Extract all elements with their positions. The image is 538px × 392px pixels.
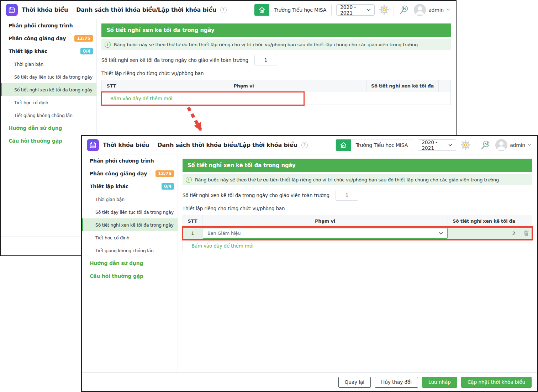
add-new-row-link[interactable]: Bấm vào đây để thêm mới: [102, 92, 450, 105]
user-menu[interactable]: admin: [495, 139, 532, 151]
info-text: Ràng buộc này sẽ theo thứ tự ưu tiên thi…: [114, 42, 418, 47]
column-header-so-tiet: Số tiết nghỉ xen kẽ tối đa: [366, 80, 439, 92]
column-header-pham-vi: Phạm vi: [121, 80, 366, 92]
page-title: Danh sách thời khóa biểu/Lập thời khóa b…: [157, 142, 297, 148]
school-selector[interactable]: Trường Tiểu học MISA: [254, 4, 332, 16]
top-header: Thời khóa biểu Danh sách thời khóa biểu/…: [1, 1, 456, 19]
chevron-down-icon: [439, 232, 443, 235]
school-year-value: 2020 - 2021: [340, 4, 367, 16]
app-logo-calendar-icon[interactable]: [6, 4, 18, 16]
header-divider: [153, 141, 153, 150]
sidebar-item-so-tiet-day-lien-tuc[interactable]: Số tiết dạy liên tục tối đa trong ngày: [1, 70, 96, 83]
sidebar-item-huong-dan-su-dung[interactable]: Hướng dẫn sử dụng: [1, 122, 96, 134]
home-icon[interactable]: [254, 4, 269, 16]
sidebar-item-phan-phoi-chuong-trinh[interactable]: Phân phối chương trình: [82, 154, 178, 167]
sidebar-item-label: Tiết học cố định: [95, 235, 129, 240]
sidebar-item-thiet-lap-khac[interactable]: Thiết lập khác0/4: [1, 45, 96, 58]
sidebar-item-label: Thời gian bận: [95, 197, 125, 202]
global-setting-input[interactable]: [336, 190, 358, 201]
add-new-row-link[interactable]: Bấm vào đây để thêm mới: [183, 239, 532, 252]
table-header: STT Phạm vi Số tiết nghỉ xen kẽ tối đa: [183, 215, 532, 227]
column-header-stt: STT: [183, 215, 202, 227]
sidebar-item-label: Phân công giảng dạy: [90, 171, 147, 176]
page-title: Danh sách thời khóa biểu/Lập thời khóa b…: [76, 6, 216, 13]
row-value: 2: [448, 227, 520, 239]
header-right-cluster: Trường Tiểu học MISA 2020 - 2021: [254, 4, 450, 16]
sidebar-item-thiet-lap-khac[interactable]: Thiết lập khác0/4: [82, 180, 178, 193]
global-setting-label: Số tiết nghỉ xen kẽ tối đa trong ngày ch…: [101, 57, 248, 63]
back-button[interactable]: Quay lại: [338, 377, 371, 388]
sidebar-item-so-tiet-nghi-xen-ke[interactable]: Số tiết nghỉ xen kẽ tối đa trong ngày: [82, 218, 178, 231]
app-name: Thời khóa biểu: [22, 6, 68, 13]
sidebar-item-label: Phân phối chương trình: [90, 158, 154, 164]
sidebar: Phân phối chương trình Phân công giảng d…: [82, 154, 178, 372]
sidebar-item-cau-hoi-thuong-gap[interactable]: Câu hỏi thường gặp: [82, 270, 178, 282]
help-icon[interactable]: ?: [301, 142, 308, 148]
search-analytics-icon[interactable]: [399, 5, 409, 15]
sidebar-item-label: Thời gian bận: [14, 62, 43, 67]
progress-badge: 0/4: [162, 183, 174, 190]
cancel-changes-button[interactable]: Hủy thay đổi: [375, 377, 418, 388]
column-header-actions: [520, 215, 532, 227]
main-content: Số tiết nghỉ xen kẽ tối đa trong ngày i …: [178, 154, 537, 372]
sidebar-item-label: Hướng dẫn sử dụng: [90, 260, 143, 266]
scope-dropdown[interactable]: Ban Giám hiệu: [203, 228, 448, 239]
global-setting-label: Số tiết nghỉ xen kẽ tối đa trong ngày ch…: [183, 192, 329, 198]
sidebar-item-tiet-hoc-co-dinh[interactable]: Tiết học cố định: [1, 96, 96, 109]
custom-setting-label: Thiết lập riêng cho từng chức vụ/phòng b…: [183, 206, 532, 211]
row-index: 1: [183, 227, 202, 239]
sidebar-item-phan-cong-giang-day[interactable]: Phân công giảng dạy12/75: [82, 167, 178, 180]
help-icon[interactable]: ?: [220, 7, 227, 13]
avatar: [495, 139, 507, 151]
sidebar-item-label: Tiết giảng không chồng lấn: [95, 248, 154, 253]
panel-title: Số tiết nghỉ xen kẽ tối đa trong ngày: [101, 23, 451, 37]
delete-row-button[interactable]: [520, 227, 532, 239]
sidebar-item-phan-cong-giang-day[interactable]: Phân công giảng dạy12/75: [1, 32, 96, 45]
school-year-value: 2020 - 2021: [422, 139, 448, 151]
sidebar-item-label: Số tiết nghỉ xen kẽ tối đa trong ngày: [14, 87, 93, 92]
footer-action-bar: Quay lại Hủy thay đổi Lưu nháp Cập nhật …: [82, 373, 537, 391]
school-year-select[interactable]: 2020 - 2021: [418, 139, 456, 151]
sidebar-item-so-tiet-day-lien-tuc[interactable]: Số tiết dạy liên tục tối đa trong ngày: [82, 206, 178, 218]
add-new-label: Bấm vào đây để thêm mới: [191, 243, 253, 249]
sidebar-item-phan-phoi-chuong-trinh[interactable]: Phân phối chương trình: [1, 19, 96, 32]
global-setting-input[interactable]: [254, 55, 277, 65]
sidebar-item-thoi-gian-ban[interactable]: Thời gian bận: [1, 58, 96, 70]
sidebar-item-so-tiet-nghi-xen-ke[interactable]: Số tiết nghỉ xen kẽ tối đa trong ngày: [1, 83, 96, 96]
sidebar-item-label: Số tiết nghỉ xen kẽ tối đa trong ngày: [95, 222, 174, 228]
school-selector[interactable]: Trường Tiểu học MISA: [336, 139, 413, 151]
add-new-label: Bấm vào đây để thêm mới: [110, 96, 172, 101]
search-analytics-icon[interactable]: [480, 140, 491, 150]
info-icon: i: [186, 177, 192, 183]
sidebar-item-tiet-giang-khong-chong-lan[interactable]: Tiết giảng không chồng lấn: [1, 109, 96, 122]
chevron-down-icon: [448, 144, 452, 147]
trash-icon: [523, 230, 529, 236]
chevron-down-icon: [528, 144, 532, 146]
user-menu[interactable]: admin: [414, 4, 450, 16]
table-row: 1 Ban Giám hiệu 2: [183, 227, 532, 239]
settings-gear-icon[interactable]: [379, 5, 389, 15]
sidebar-item-label: Câu hỏi thường gặp: [9, 138, 62, 144]
info-banner: i Ràng buộc này sẽ theo thứ tự ưu tiên t…: [101, 39, 451, 50]
header-divider: [72, 5, 72, 15]
settings-gear-icon[interactable]: [461, 140, 470, 150]
window-foreground: Thời khóa biểu Danh sách thời khóa biểu/…: [81, 135, 538, 392]
app-logo-calendar-icon[interactable]: [87, 139, 99, 151]
school-year-select[interactable]: 2020 - 2021: [336, 4, 375, 16]
sidebar-item-tiet-hoc-co-dinh[interactable]: Tiết học cố định: [82, 231, 178, 244]
sidebar-item-label: Số tiết dạy liên tục tối đa trong ngày: [14, 74, 93, 80]
settings-table: STT Phạm vi Số tiết nghỉ xen kẽ tối đa 1…: [183, 215, 532, 252]
update-timetable-button[interactable]: Cập nhật thời khóa biểu: [461, 377, 532, 388]
sidebar-item-huong-dan-su-dung[interactable]: Hướng dẫn sử dụng: [82, 257, 178, 270]
sidebar-item-label: Tiết giảng không chồng lấn: [14, 113, 73, 118]
sidebar-item-tiet-giang-khong-chong-lan[interactable]: Tiết giảng không chồng lấn: [82, 244, 178, 257]
save-draft-button[interactable]: Lưu nháp: [422, 377, 457, 388]
home-icon[interactable]: [336, 139, 351, 151]
column-header-actions: [439, 80, 450, 92]
avatar: [414, 4, 426, 16]
chevron-down-icon: [446, 9, 450, 11]
header-divider: [475, 141, 475, 150]
sidebar-item-thoi-gian-ban[interactable]: Thời gian bận: [82, 193, 178, 206]
sidebar-item-label: Hướng dẫn sử dụng: [9, 125, 62, 131]
sidebar-item-label: Thiết lập khác: [9, 48, 47, 54]
